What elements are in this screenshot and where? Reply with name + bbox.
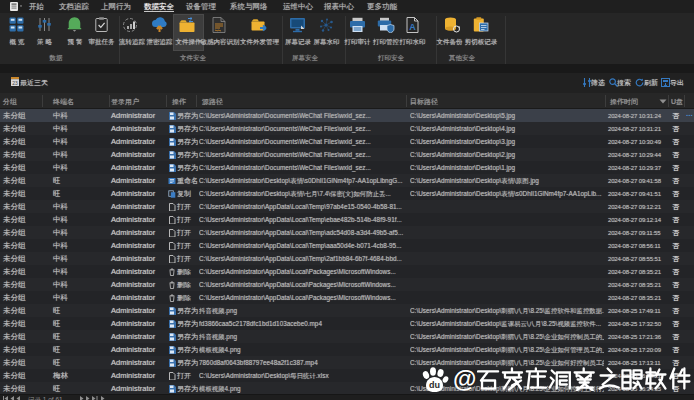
svg-text:du: du bbox=[429, 380, 440, 390]
svg-text:23: 23 bbox=[12, 80, 18, 86]
svg-text:A: A bbox=[409, 22, 416, 32]
